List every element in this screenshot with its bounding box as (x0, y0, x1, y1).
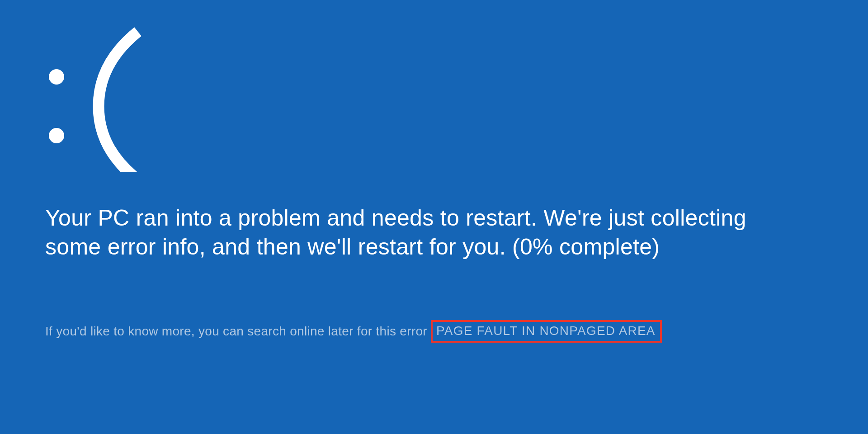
bsod-error-code: PAGE FAULT IN NONPAGED AREA (431, 320, 662, 343)
bsod-footer-prefix: If you'd like to know more, you can sear… (45, 324, 431, 339)
svg-point-0 (49, 69, 64, 85)
bsod-message: Your PC ran into a problem and needs to … (45, 203, 796, 261)
svg-point-1 (49, 128, 64, 143)
bsod-footer: If you'd like to know more, you can sear… (45, 320, 823, 343)
sad-face-icon (45, 27, 823, 172)
